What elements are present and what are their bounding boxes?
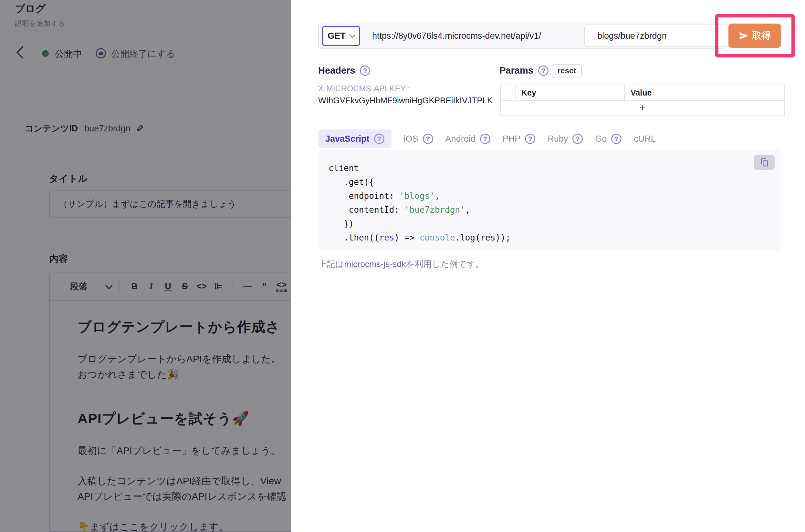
help-icon[interactable]: ? (525, 134, 535, 144)
tab-curl[interactable]: cURL (634, 130, 656, 148)
endpoint-value: blogs/bue7zbrdgn (597, 31, 667, 41)
code-sample-block: client .get({ endpoint: 'blogs', content… (318, 150, 781, 251)
params-reset-button[interactable]: reset (552, 64, 582, 77)
tab-javascript[interactable]: JavaScript? (318, 130, 391, 148)
help-icon[interactable]: ? (423, 134, 433, 144)
language-tabs: JavaScript?iOS?Android?PHP?Ruby?Go?cURL (318, 129, 656, 149)
copy-button[interactable] (754, 155, 775, 170)
params-key-header: Key (516, 85, 625, 100)
add-param-button[interactable]: + (501, 101, 784, 115)
help-icon[interactable]: ? (572, 134, 583, 144)
sdk-link[interactable]: microcms-js-sdk (344, 259, 406, 269)
params-table: Key Value + (500, 84, 785, 116)
copy-icon (760, 157, 769, 167)
tab-ruby[interactable]: Ruby? (548, 130, 583, 148)
tab-php[interactable]: PHP? (502, 130, 535, 148)
highlight-annotation (715, 14, 795, 57)
microcms-app: ブログ 説明を追加する 公開中 公開終了にする コンテンツID bue7zbrd… (0, 0, 805, 532)
params-checkbox-column (501, 85, 516, 100)
request-bar: GET https://8y0v676ls4.microcms-dev.net/… (318, 23, 724, 49)
api-preview-drawer: GET https://8y0v676ls4.microcms-dev.net/… (291, 0, 805, 532)
api-key-label: X-MICROCMS-API-KEY : (318, 84, 410, 93)
help-icon[interactable]: ? (480, 134, 490, 144)
method-label: GET (328, 31, 346, 41)
tab-android[interactable]: Android? (445, 130, 490, 148)
headers-section-title: Headers ? (318, 65, 370, 76)
code-sample: client .get({ endpoint: 'blogs', content… (329, 162, 511, 245)
params-section-title: Params ? (499, 65, 549, 76)
sdk-note: 上記はmicrocms-js-sdkを利用した例です。 (318, 258, 484, 270)
api-key-value: WIhGVFkvGyHbMF9iwniHgGKPBEiIkIVJTPLK (318, 96, 493, 106)
chevron-down-icon (349, 32, 356, 38)
help-icon[interactable]: ? (611, 134, 622, 144)
tab-ios[interactable]: iOS? (404, 130, 433, 148)
base-url-text: https://8y0v676ls4.microcms-dev.net/api/… (372, 23, 541, 49)
params-value-header: Value (625, 85, 784, 100)
help-icon[interactable]: ? (374, 134, 384, 144)
method-select[interactable]: GET (322, 26, 360, 46)
tab-go[interactable]: Go? (595, 130, 622, 148)
help-icon[interactable]: ? (538, 65, 549, 76)
help-icon[interactable]: ? (360, 65, 370, 76)
params-table-header: Key Value (501, 85, 784, 101)
